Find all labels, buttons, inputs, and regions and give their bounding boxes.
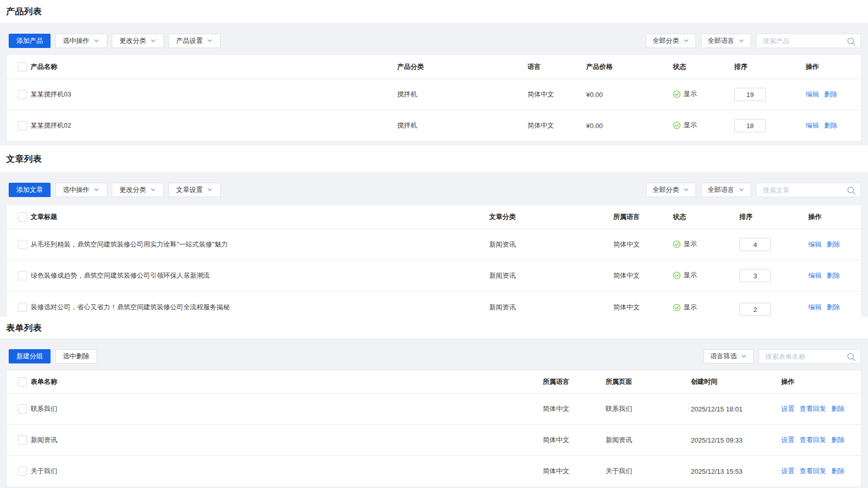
column-header-created: 创建时间 xyxy=(683,377,773,386)
delete-selected-button[interactable]: 选中删除 xyxy=(55,349,97,363)
forms-header-row: 表单名称 所属语言 所属页面 创建时间 操作 xyxy=(7,371,861,394)
settings-link[interactable]: 设置 xyxy=(781,467,794,475)
forms-toolbar: 新建分组 选中删除 语言筛选 xyxy=(7,349,861,363)
view-replies-link[interactable]: 查看回复 xyxy=(800,405,826,412)
row-checkbox[interactable] xyxy=(18,121,27,130)
row-checkbox[interactable] xyxy=(18,90,27,99)
status-label: 显示 xyxy=(684,271,697,280)
sort-order-input[interactable] xyxy=(739,303,771,316)
row-checkbox[interactable] xyxy=(18,240,27,249)
article-language: 简体中文 xyxy=(605,240,665,249)
form-language-filter-dropdown[interactable]: 语言筛选 xyxy=(704,349,754,363)
row-checkbox[interactable] xyxy=(18,303,27,312)
search-icon[interactable] xyxy=(847,37,856,46)
products-filters: 全部分类 全部语言 xyxy=(641,34,861,48)
row-checkbox[interactable] xyxy=(18,271,27,280)
sort-order-input[interactable] xyxy=(739,269,771,282)
product-name: 某某搅拌机02 xyxy=(31,121,389,130)
products-table: 产品名称 产品分类 语言 产品价格 状态 排序 操作 某某搅拌机03 搅拌机 简… xyxy=(7,55,861,141)
sort-order-input[interactable] xyxy=(734,119,766,132)
check-circle-icon xyxy=(673,304,681,311)
chevron-down-icon xyxy=(207,38,213,44)
articles-page-title: 文章列表 xyxy=(6,153,42,165)
chevron-down-icon xyxy=(93,187,100,193)
delete-link[interactable]: 删除 xyxy=(827,272,840,279)
article-category-filter-dropdown[interactable]: 全部分类 xyxy=(646,183,696,197)
form-page: 关于我们 xyxy=(597,467,683,476)
article-bulk-actions-dropdown[interactable]: 选中操作 xyxy=(55,183,107,197)
forms-title-block: 表单列表 xyxy=(0,317,868,338)
search-icon[interactable] xyxy=(847,352,856,362)
form-language: 简体中文 xyxy=(535,467,597,476)
product-settings-dropdown[interactable]: 产品设置 xyxy=(168,34,221,48)
article-title: 从毛坯到精装，鼎筑空间建筑装修公司用实力诠释"一站式装修"魅力 xyxy=(31,240,481,249)
column-header-sort: 排序 xyxy=(731,212,800,222)
product-language-filter-label: 全部语言 xyxy=(708,36,734,45)
add-article-button[interactable]: 添加文章 xyxy=(9,183,51,197)
chevron-down-icon xyxy=(683,38,689,44)
article-language: 简体中文 xyxy=(605,271,665,280)
column-header-status: 状态 xyxy=(665,212,731,222)
edit-link[interactable]: 编辑 xyxy=(806,121,819,129)
product-category-filter-dropdown[interactable]: 全部分类 xyxy=(646,34,696,48)
column-header-name: 表单名称 xyxy=(31,377,535,386)
edit-link[interactable]: 编辑 xyxy=(808,240,822,248)
article-language-filter-dropdown[interactable]: 全部语言 xyxy=(701,183,751,197)
row-checkbox[interactable] xyxy=(18,435,27,445)
settings-link[interactable]: 设置 xyxy=(781,405,794,412)
delete-link[interactable]: 删除 xyxy=(827,240,840,248)
article-category: 新闻资讯 xyxy=(481,271,605,280)
add-product-button[interactable]: 添加产品 xyxy=(9,34,51,48)
chevron-down-icon xyxy=(738,187,744,193)
row-checkbox[interactable] xyxy=(18,467,27,476)
product-change-category-dropdown[interactable]: 更改分类 xyxy=(112,34,164,48)
view-replies-link[interactable]: 查看回复 xyxy=(800,467,826,475)
article-change-category-label: 更改分类 xyxy=(119,185,146,194)
article-settings-dropdown[interactable]: 文章设置 xyxy=(168,183,221,197)
column-header-status: 状态 xyxy=(665,62,726,71)
edit-link[interactable]: 编辑 xyxy=(808,272,822,279)
delete-link[interactable]: 删除 xyxy=(827,303,840,311)
products-section: 添加产品 选中操作 更改分类 产品设置 全部分类 全部语言 xyxy=(0,23,868,145)
edit-link[interactable]: 编辑 xyxy=(808,303,822,311)
chevron-down-icon xyxy=(207,187,213,193)
select-all-checkbox[interactable] xyxy=(18,62,27,71)
products-toolbar: 添加产品 选中操作 更改分类 产品设置 全部分类 全部语言 xyxy=(7,34,861,48)
product-settings-label: 产品设置 xyxy=(176,36,203,45)
form-search-box xyxy=(759,349,861,363)
product-language: 简体中文 xyxy=(519,90,578,99)
product-bulk-actions-dropdown[interactable]: 选中操作 xyxy=(55,34,107,48)
delete-link[interactable]: 删除 xyxy=(824,121,837,129)
delete-link[interactable]: 删除 xyxy=(824,90,837,98)
articles-filters: 全部分类 全部语言 xyxy=(641,183,861,197)
sort-order-input[interactable] xyxy=(734,88,766,101)
column-header-price: 产品价格 xyxy=(578,62,665,71)
form-language: 简体中文 xyxy=(535,404,597,413)
edit-link[interactable]: 编辑 xyxy=(806,90,819,98)
settings-link[interactable]: 设置 xyxy=(781,436,794,444)
articles-table: 文章标题 文章分类 所属语言 状态 排序 操作 从毛坯到精装，鼎筑空间建筑装修公… xyxy=(7,205,861,330)
status-label: 显示 xyxy=(684,89,697,99)
product-name: 某某搅拌机03 xyxy=(31,90,389,99)
article-change-category-dropdown[interactable]: 更改分类 xyxy=(112,183,164,197)
column-header-operations: 操作 xyxy=(800,212,861,222)
sort-order-input[interactable] xyxy=(739,238,771,251)
delete-link[interactable]: 删除 xyxy=(831,405,845,412)
product-language-filter-dropdown[interactable]: 全部语言 xyxy=(701,34,751,48)
new-group-button[interactable]: 新建分组 xyxy=(9,349,51,363)
search-icon[interactable] xyxy=(847,186,856,196)
form-created-time: 2025/12/15 18:01 xyxy=(683,405,773,413)
check-circle-icon xyxy=(673,240,681,248)
select-all-checkbox[interactable] xyxy=(18,377,27,386)
chevron-down-icon xyxy=(93,38,100,44)
row-checkbox[interactable] xyxy=(18,404,27,413)
form-name: 新闻资讯 xyxy=(31,435,535,445)
delete-link[interactable]: 删除 xyxy=(831,467,845,475)
article-title: 装修选对公司，省心又省力！鼎筑空间建筑装修公司全流程服务揭秘 xyxy=(31,303,481,312)
delete-link[interactable]: 删除 xyxy=(831,436,845,444)
chevron-down-icon xyxy=(741,353,747,359)
view-replies-link[interactable]: 查看回复 xyxy=(800,436,826,444)
select-all-checkbox[interactable] xyxy=(18,212,27,222)
product-price: ¥0.00 xyxy=(578,91,665,99)
form-row: 新闻资讯 简体中文 新闻资讯 2025/12/15 09:33 设置查看回复删除 xyxy=(7,425,861,456)
